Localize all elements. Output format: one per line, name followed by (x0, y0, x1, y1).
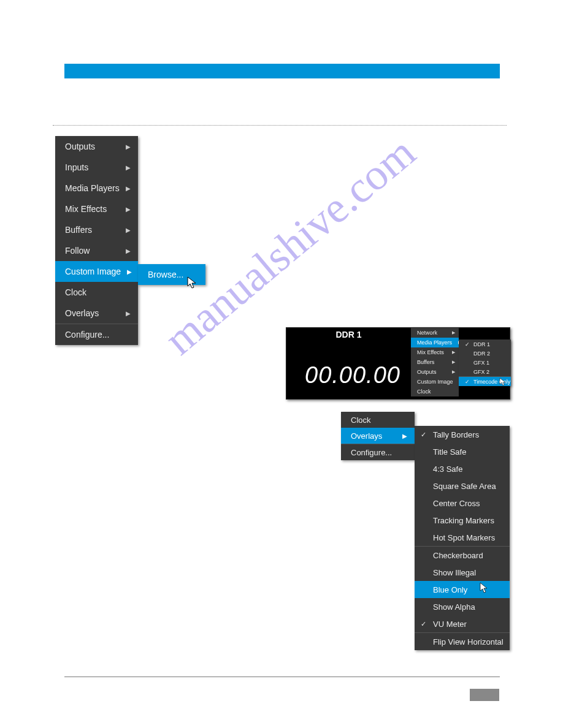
menu-item-clock[interactable]: Clock (341, 412, 415, 428)
menu-item-label: Tally Borders (433, 430, 502, 439)
menu-item-custom-image[interactable]: Custom Image▶ (55, 261, 138, 282)
menu-item-label: Clock (65, 287, 131, 297)
menu-item-gfx-1[interactable]: GFX 1 (459, 358, 511, 367)
chevron-right-icon: ▶ (126, 227, 131, 233)
menu-item-label: Mix Effects (65, 204, 120, 214)
cursor-icon (480, 582, 489, 597)
check-icon: ✓ (421, 620, 431, 628)
menu-item-label: GFX 2 (473, 369, 507, 375)
menu-item-gfx-2[interactable]: GFX 2 (459, 367, 511, 376)
menu-item-overlays[interactable]: Overlays▶ (341, 428, 415, 444)
cursor-icon (499, 377, 507, 389)
menu-item-label: Hot Spot Markers (433, 533, 502, 542)
menu-item-label: Follow (65, 246, 120, 256)
footer-divider (64, 677, 500, 677)
chevron-right-icon: ▶ (126, 310, 131, 317)
context-menu-overlays[interactable]: ✓Tally BordersTitle Safe4:3 SafeSquare S… (415, 426, 510, 650)
preview-timecode: 00.00.00 (305, 362, 400, 389)
menu-item-configure-[interactable]: Configure... (341, 444, 415, 460)
menu-item-media-players[interactable]: Media Players▶ (55, 178, 138, 199)
menu-item-label: Flip View Horizontal (433, 637, 504, 646)
header-bar (64, 64, 500, 78)
menu-item-label: GFX 1 (473, 360, 507, 366)
menu-item-buffers[interactable]: Buffers▶ (55, 219, 138, 240)
menu-item-label: Show Alpha (433, 602, 502, 612)
context-menu-preview[interactable]: Network▶Media Players▶Mix Effects▶Buffer… (411, 328, 459, 396)
check-icon: ✓ (465, 379, 471, 385)
menu-item-label: Clock (351, 415, 407, 425)
menu-item-label: Inputs (65, 162, 120, 172)
menu-item-mix-effects[interactable]: Mix Effects▶ (55, 199, 138, 219)
menu-item-ddr-1[interactable]: ✓DDR 1 (459, 339, 511, 349)
menu-item-label: Network (417, 330, 446, 336)
menu-item-label: Title Safe (433, 447, 502, 457)
menu-item-inputs[interactable]: Inputs▶ (55, 157, 138, 178)
menu-item-label: Configure... (351, 448, 407, 457)
menu-item-configure-[interactable]: Configure... (55, 324, 138, 345)
menu-item-custom-image[interactable]: Custom Image▶ (411, 377, 459, 387)
chevron-right-icon: ▶ (452, 330, 455, 335)
chevron-right-icon: ▶ (402, 433, 407, 439)
menu-item-outputs[interactable]: Outputs▶ (55, 136, 138, 157)
chevron-right-icon: ▶ (126, 206, 131, 213)
chevron-right-icon: ▶ (126, 143, 131, 150)
menu-item-outputs[interactable]: Outputs▶ (411, 367, 459, 377)
menu-item-label: Outputs (65, 142, 120, 151)
menu-item-flip-view-horizontal[interactable]: Flip View Horizontal (415, 633, 510, 650)
chevron-right-icon: ▶ (127, 268, 132, 275)
menu-item-mix-effects[interactable]: Mix Effects▶ (411, 347, 459, 357)
chevron-right-icon: ▶ (126, 164, 131, 171)
menu-item-label: Blue Only (433, 585, 502, 594)
menu-item-4-3-safe[interactable]: 4:3 Safe (415, 460, 510, 477)
context-menu-main[interactable]: Outputs▶Inputs▶Media Players▶Mix Effects… (55, 136, 138, 345)
menu-item-overlays[interactable]: Overlays▶ (55, 303, 138, 324)
menu-item-label: DDR 1 (473, 341, 507, 347)
menu-item-clock[interactable]: Clock (411, 387, 459, 396)
chevron-right-icon: ▶ (126, 248, 131, 254)
menu-item-clock[interactable]: Clock (55, 282, 138, 303)
menu-item-follow[interactable]: Follow▶ (55, 240, 138, 261)
context-menu-overlays-parent[interactable]: ClockOverlays▶Configure... (341, 412, 415, 460)
menu-item-label: Tracking Markers (433, 516, 502, 525)
menu-item-blue-only[interactable]: Blue Only (415, 581, 510, 598)
menu-item-square-safe-area[interactable]: Square Safe Area (415, 477, 510, 495)
check-icon: ✓ (465, 341, 471, 347)
menu-item-label: Buffers (417, 359, 446, 365)
menu-item-label: Buffers (65, 225, 120, 235)
check-icon: ✓ (421, 431, 431, 439)
menu-item-label: Checkerboard (433, 551, 502, 560)
menu-item-label: Media Players (65, 183, 120, 193)
menu-item-tracking-markers[interactable]: Tracking Markers (415, 512, 510, 529)
menu-item-ddr-2[interactable]: DDR 2 (459, 349, 511, 358)
menu-item-label: DDR 2 (473, 351, 507, 357)
menu-item-show-alpha[interactable]: Show Alpha (415, 598, 510, 615)
menu-item-hot-spot-markers[interactable]: Hot Spot Markers (415, 529, 510, 546)
cursor-icon (187, 276, 198, 293)
menu-item-label: Custom Image (417, 379, 453, 385)
menu-item-label: Mix Effects (417, 349, 446, 355)
menu-item-show-illegal[interactable]: Show Illegal (415, 564, 510, 581)
menu-item-media-players[interactable]: Media Players▶ (411, 338, 459, 347)
menu-item-label: Show Illegal (433, 568, 502, 577)
page-number-box (470, 689, 499, 701)
menu-item-vu-meter[interactable]: ✓VU Meter (415, 615, 510, 632)
preview-panel: DDR 1 00.00.00 Network▶Media Players▶Mix… (286, 327, 510, 400)
menu-item-center-cross[interactable]: Center Cross (415, 495, 510, 512)
menu-item-tally-borders[interactable]: ✓Tally Borders (415, 426, 510, 443)
menu-item-checkerboard[interactable]: Checkerboard (415, 547, 510, 564)
divider-dotted (53, 125, 507, 126)
menu-item-title-safe[interactable]: Title Safe (415, 443, 510, 460)
menu-item-label: Media Players (417, 339, 452, 346)
menu-item-label: Overlays (351, 431, 396, 441)
menu-item-label: VU Meter (433, 620, 502, 629)
menu-item-buffers[interactable]: Buffers▶ (411, 357, 459, 367)
chevron-right-icon: ▶ (452, 360, 455, 365)
menu-item-label: 4:3 Safe (433, 464, 502, 474)
chevron-right-icon: ▶ (452, 370, 455, 374)
menu-item-label: Center Cross (433, 499, 502, 508)
menu-item-network[interactable]: Network▶ (411, 328, 459, 338)
menu-item-label: Configure... (65, 330, 131, 339)
chevron-right-icon: ▶ (452, 350, 455, 355)
menu-item-label: Overlays (65, 308, 120, 318)
menu-item-label: Custom Image (65, 267, 121, 276)
